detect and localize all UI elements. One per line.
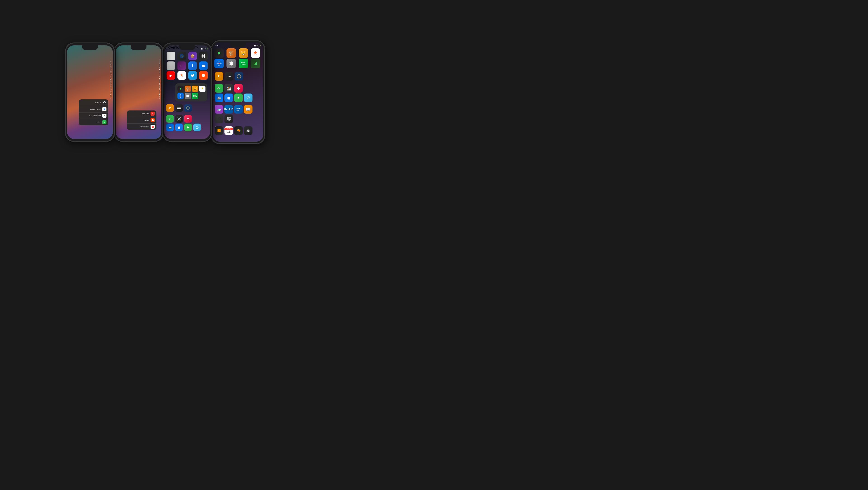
alpha-S[interactable]: S <box>110 88 112 89</box>
p4-app-webtoon[interactable]: WEBTOON <box>239 59 248 68</box>
svg-marker-12 <box>180 88 182 90</box>
power-button-2 <box>163 63 163 72</box>
alpha-N[interactable]: N <box>110 80 112 82</box>
menu-googlephotos[interactable]: Google Photos <box>79 112 108 119</box>
folder-settings-3[interactable] <box>185 93 191 99</box>
app-airbnb-3[interactable] <box>184 115 192 123</box>
app-keypass[interactable] <box>166 115 174 123</box>
p4-ferries[interactable]: 🚢 <box>215 94 223 102</box>
power-button-3 <box>212 63 212 72</box>
app-find-3[interactable] <box>193 124 201 131</box>
folder-garfield[interactable]: 😸 <box>192 86 198 92</box>
folder-webtoon-3[interactable]: WEBTOON <box>192 93 198 99</box>
menu-github[interactable]: GitHub <box>79 99 108 106</box>
app-1password-3[interactable]: 1 <box>184 104 192 112</box>
p4-1112[interactable]: 1112 <box>225 72 233 80</box>
p4-calculator[interactable]: # <box>215 126 223 135</box>
svg-marker-41 <box>238 97 240 99</box>
p4-bankid[interactable]: BankID <box>224 105 233 113</box>
p4-alto[interactable]: ⛷️ <box>224 84 233 93</box>
alpha-C[interactable]: C <box>110 64 112 66</box>
app-ferries[interactable]: 🚢 <box>166 124 174 131</box>
app-youtube[interactable]: ▶ 3 <box>166 71 175 80</box>
menu-readthai[interactable]: Read Thai ก <box>127 110 156 117</box>
p4-app-infuse[interactable] <box>214 48 224 58</box>
section-A-4: ⛷️ 🚢 <box>215 84 252 102</box>
p4-find[interactable] <box>244 94 252 102</box>
alpha-A[interactable]: A <box>110 61 112 62</box>
folder-monkeyball[interactable]: 🐒 <box>185 86 191 92</box>
section-A-row1-4: ⛷️ <box>215 84 252 93</box>
app-game-3[interactable]: ⚔️ <box>175 115 183 123</box>
app-slack[interactable]: # <box>178 61 186 70</box>
alpha-shi[interactable]: シ <box>110 98 112 99</box>
alpha-T[interactable]: T <box>110 89 112 91</box>
app-1blocker[interactable]: 1⁴ <box>166 104 174 112</box>
alpha-K[interactable]: K <box>110 76 112 77</box>
alpha-D[interactable]: D <box>110 66 112 67</box>
app-photos[interactable] <box>178 71 186 80</box>
p4-1password[interactable]: 1 <box>235 72 243 80</box>
alpha-P[interactable]: P <box>110 84 112 86</box>
phones-container: 1 A B C D E F G H I K L M N O P R <box>58 36 271 149</box>
p4-app-safari[interactable] <box>214 59 224 68</box>
alpha-V[interactable]: V <box>110 92 112 94</box>
svg-rect-33 <box>254 64 254 65</box>
phone-3: '); overflow:hidden;"> 9:41 ▐▐▐ WiFi 🔋 <box>162 42 212 142</box>
folder-safari-3[interactable] <box>178 93 184 99</box>
app-misc-1[interactable] <box>166 61 175 70</box>
app-fitness[interactable] <box>199 52 208 60</box>
p4-bts[interactable]: 🚌 <box>215 105 223 113</box>
phone-3-screen: '); overflow:hidden;"> 9:41 ▐▐▐ WiFi 🔋 <box>164 45 210 139</box>
readthai-icon: ก <box>151 111 155 116</box>
p4-cod[interactable]: 🔫 <box>234 126 243 135</box>
alpha-F[interactable]: F <box>110 69 112 71</box>
p4-greenapp[interactable] <box>234 94 243 102</box>
p4-camera[interactable] <box>244 126 252 135</box>
app-1112[interactable]: 1112 <box>175 104 183 112</box>
alpha-H[interactable]: H <box>110 72 112 74</box>
app-facebook[interactable]: f <box>188 61 197 70</box>
alpha-sidebar-2[interactable]: 1 A B C D E F G H I K L M N O P R <box>159 59 160 99</box>
app-1password-top[interactable]: 1P <box>178 52 186 60</box>
p4-calendar[interactable]: Monday 11 <box>224 126 233 135</box>
app-deliveries[interactable]: 📦 <box>188 52 197 60</box>
googlemaps-icon <box>102 107 106 111</box>
p4-books[interactable]: 📖 <box>244 105 252 113</box>
p4-appstore[interactable] <box>224 94 233 102</box>
p4-keypass[interactable] <box>215 84 223 93</box>
alpha-Y[interactable]: Y <box>110 96 112 97</box>
reddit-badge: 1 <box>206 71 208 73</box>
menu-grab[interactable]: Grab G <box>79 119 108 125</box>
app-green3[interactable] <box>184 124 192 131</box>
p4-add[interactable]: + <box>215 115 223 123</box>
github-icon <box>102 101 106 105</box>
p4-airbnb[interactable] <box>234 84 243 93</box>
svg-rect-35 <box>256 62 257 65</box>
p4-app-charts[interactable] <box>251 59 260 68</box>
p4-app-photos[interactable] <box>251 48 260 58</box>
p4-app-settings[interactable] <box>226 59 236 68</box>
menu-googlemaps[interactable]: Google Maps <box>79 106 108 112</box>
p4-bluepay[interactable]: BLUEpay <box>234 105 243 113</box>
app-twitter[interactable] <box>188 71 197 80</box>
alpha-L[interactable]: L <box>110 77 112 79</box>
alpha-index-sidebar[interactable]: 1 A B C D E F G H I K L M N O P R <box>110 59 112 99</box>
menu-reminders[interactable]: Reminders <box>127 124 156 130</box>
svg-marker-24 <box>187 126 189 128</box>
folder-photos[interactable] <box>199 86 206 92</box>
p4-boonie[interactable]: 🐺 <box>224 115 233 123</box>
p4-app-monkeyball[interactable]: 🐒 <box>226 48 236 58</box>
p4-app-garfield[interactable]: 😸 <box>239 48 248 58</box>
menu-reddit[interactable]: Reddit r <box>127 117 156 124</box>
app-mail[interactable]: ✉️ <box>199 61 208 70</box>
folder-infuse[interactable] <box>178 86 184 92</box>
top-app-grid: 1P 📦 <box>166 52 208 81</box>
app-appstore-3[interactable] <box>175 124 183 131</box>
p4-1blocker[interactable]: 1⁴ <box>215 72 223 80</box>
app-placeholder-1[interactable] <box>166 52 175 60</box>
app-reddit-3[interactable]: r/ 1 <box>199 71 208 80</box>
alpha-E[interactable]: E <box>110 67 112 69</box>
svg-point-26 <box>197 127 197 128</box>
power-button <box>114 63 115 72</box>
